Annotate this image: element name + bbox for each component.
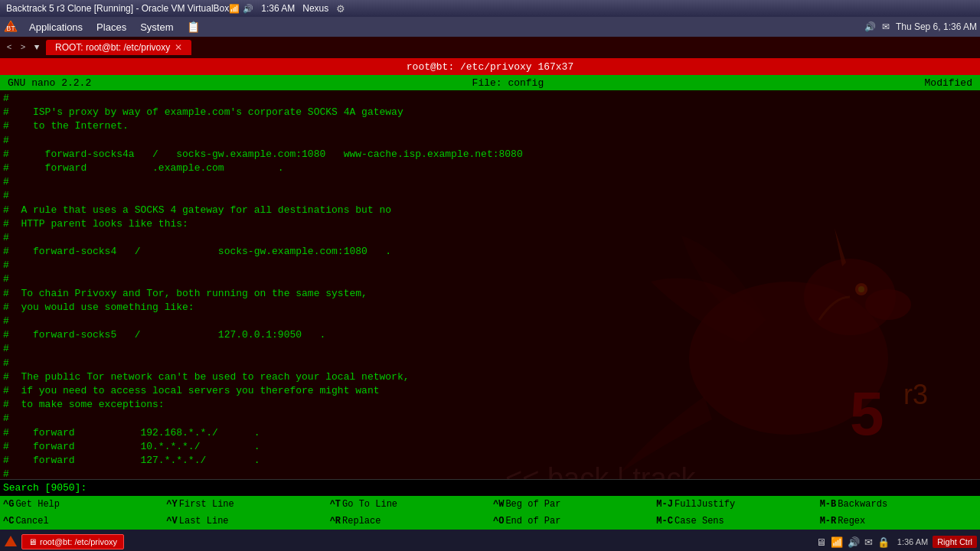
titlebar-title: Backtrack 5 r3 Clone [Running] - Oracle … xyxy=(6,3,229,14)
shortcut-get-help[interactable]: ^G Get Help xyxy=(0,496,163,513)
menu-logo: BT xyxy=(3,19,18,34)
tab-controls: < > ▼ xyxy=(3,41,43,54)
shortcut-regex[interactable]: M-R Regex xyxy=(817,513,980,530)
svg-text:BT: BT xyxy=(6,24,15,32)
menu-applications[interactable]: Applications xyxy=(23,20,89,34)
search-label: Search [9050]: xyxy=(3,482,87,494)
user-display: Nexus xyxy=(302,3,328,14)
terminal-titlebar: root@bt: /etc/privoxy 167x37 xyxy=(0,58,980,75)
tab-forward-btn[interactable]: > xyxy=(17,41,29,54)
tab-close-btn[interactable]: ✕ xyxy=(175,42,182,53)
content-lines: # # ISP's proxy by way of example.com's … xyxy=(3,92,977,479)
volume-icon: 🔊 xyxy=(243,4,253,14)
file-info: File: config xyxy=(472,77,544,89)
shortcut-fulljustify[interactable]: M-J FullJustify xyxy=(653,496,816,513)
envelope-icon: ✉ xyxy=(882,21,890,32)
taskbar-logo[interactable] xyxy=(3,534,18,549)
shortcut-end-of-par[interactable]: ^O End of Par xyxy=(490,513,653,530)
tray-icon-2: 📶 xyxy=(831,536,843,548)
shortcut-first-line[interactable]: ^Y First Line xyxy=(163,496,326,513)
menu-date: Thu Sep 6, 1:36 AM xyxy=(896,21,977,32)
tab-title: ROOT: root@bt: /etc/privoxy xyxy=(55,42,170,53)
taskbar-right-btn[interactable]: Right Ctrl xyxy=(933,536,977,548)
search-input[interactable] xyxy=(90,482,243,494)
shortcut-go-to-line[interactable]: ^T Go To Line xyxy=(327,496,490,513)
tray-icon-5: 🔒 xyxy=(877,536,890,548)
search-bar: Search [9050]: xyxy=(0,479,980,496)
tray-icon-4: ✉ xyxy=(864,536,873,548)
taskbar-clock-area: 🔊 ✉ Thu Sep 6, 1:36 AM xyxy=(864,21,977,32)
nano-statusbar: GNU nano 2.2.2 File: config Modified xyxy=(0,75,980,90)
taskbar-time: 1:36 AM xyxy=(897,537,928,546)
menu-system[interactable]: System xyxy=(134,20,179,34)
terminal-icon: 🖥 xyxy=(28,537,37,546)
shortcut-cancel[interactable]: ^C Cancel xyxy=(0,513,163,530)
shortcut-last-line[interactable]: ^V Last Line xyxy=(163,513,326,530)
shortcut-backwards[interactable]: M-B Backwards xyxy=(817,496,980,513)
menubar: BT Applications Places System 📋 🔊 ✉ Thu … xyxy=(0,17,980,37)
signal-icon: 📶 xyxy=(229,4,240,14)
taskbar-app-label: root@bt: /etc/privoxy xyxy=(40,537,117,546)
taskbar-terminal-btn[interactable]: 🖥 root@bt: /etc/privoxy xyxy=(21,534,124,549)
terminal-content: 5 r3 << back | track # # ISP's proxy by … xyxy=(0,90,980,479)
menu-places[interactable]: Places xyxy=(90,20,132,34)
titlebar: Backtrack 5 r3 Clone [Running] - Oracle … xyxy=(0,0,980,17)
taskbar: 🖥 root@bt: /etc/privoxy 🖥 📶 🔊 ✉ 🔒 1:36 A… xyxy=(0,530,980,551)
settings-icon[interactable]: ⚙ xyxy=(336,3,345,15)
terminal-title: root@bt: /etc/privoxy 167x37 xyxy=(407,61,573,73)
shortcut-case-sens[interactable]: M-C Case Sens xyxy=(653,513,816,530)
tabbar: < > ▼ ROOT: root@bt: /etc/privoxy ✕ xyxy=(0,37,980,58)
volume-control[interactable]: 🔊 xyxy=(864,21,876,32)
titlebar-icons: 📶 🔊 1:36 AM Nexus ⚙ xyxy=(229,3,345,15)
menu-terminal-icon[interactable]: 📋 xyxy=(181,19,206,34)
modified-status: Modified xyxy=(925,77,972,89)
active-tab[interactable]: ROOT: root@bt: /etc/privoxy ✕ xyxy=(46,40,191,55)
tab-back-btn[interactable]: < xyxy=(3,41,15,54)
tab-down-btn[interactable]: ▼ xyxy=(31,41,43,54)
svg-marker-10 xyxy=(5,536,17,546)
shortcut-beg-of-par[interactable]: ^W Beg of Par xyxy=(490,496,653,513)
tray-icon-1: 🖥 xyxy=(816,536,826,548)
shortcut-replace[interactable]: ^R Replace xyxy=(327,513,490,530)
taskbar-right: 🖥 📶 🔊 ✉ 🔒 1:36 AM Right Ctrl xyxy=(816,536,977,548)
nano-shortcuts: ^G Get Help ^Y First Line ^T Go To Line … xyxy=(0,496,980,530)
time-display: 1:36 AM xyxy=(261,3,295,14)
tray-icon-3: 🔊 xyxy=(848,536,860,548)
nano-version: GNU nano 2.2.2 xyxy=(8,77,91,89)
